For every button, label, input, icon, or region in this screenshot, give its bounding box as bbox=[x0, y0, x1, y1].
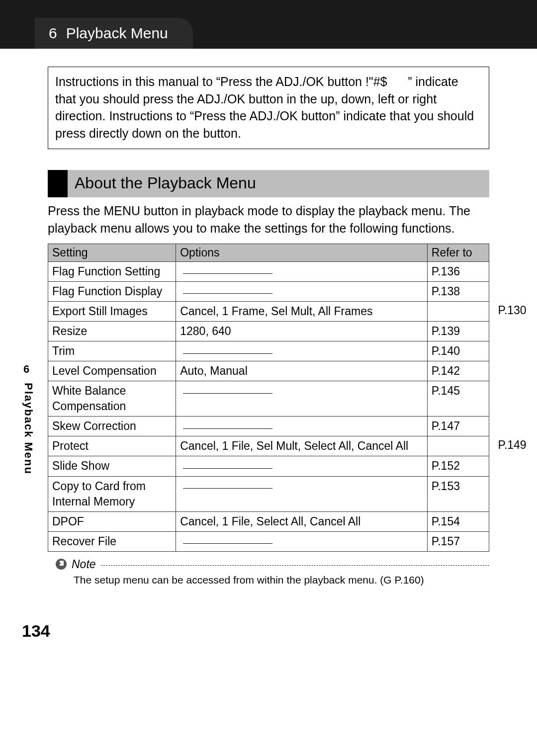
empty-options-dash bbox=[183, 393, 272, 394]
cell-refer: P.136 bbox=[427, 262, 489, 282]
cell-setting: Resize bbox=[48, 322, 176, 341]
cell-refer bbox=[427, 436, 489, 456]
table-row: Resize1280, 640P.139 bbox=[48, 322, 489, 341]
table-row: White Balance CompensationP.145 bbox=[48, 381, 489, 417]
cell-refer: P.142 bbox=[427, 361, 489, 381]
section-header: About the Playback Menu bbox=[48, 170, 489, 197]
cell-options bbox=[176, 456, 428, 476]
col-options: Options bbox=[176, 244, 428, 262]
cell-refer: P.152 bbox=[427, 456, 489, 476]
overflow-refer: P.130 bbox=[498, 304, 527, 317]
instruction-box: Instructions in this manual to “Press th… bbox=[48, 67, 489, 149]
cell-options: Cancel, 1 File, Select All, Cancel All bbox=[176, 511, 428, 531]
side-margin: 6 Playback Menu bbox=[22, 363, 35, 478]
note-icon bbox=[56, 559, 67, 570]
cell-setting: Slide Show bbox=[48, 456, 176, 476]
cell-options: Cancel, 1 File, Sel Mult, Select All, Ca… bbox=[176, 436, 428, 456]
settings-table: Setting Options Refer to Flag Function S… bbox=[48, 244, 489, 552]
chapter-number: 6 bbox=[49, 25, 57, 41]
cell-options: 1280, 640 bbox=[176, 322, 428, 341]
table-row: Level CompensationAuto, ManualP.142 bbox=[48, 361, 489, 381]
overflow-refer: P.149 bbox=[498, 438, 527, 452]
note-dash-line bbox=[101, 565, 489, 566]
page-number: 134 bbox=[22, 621, 50, 641]
table-row: Flag Function SettingP.136 bbox=[48, 262, 489, 282]
table-row: DPOFCancel, 1 File, Select All, Cancel A… bbox=[48, 511, 489, 531]
cell-options bbox=[176, 341, 428, 361]
cell-options bbox=[176, 282, 428, 302]
cell-refer: P.154 bbox=[427, 511, 489, 531]
section-title: About the Playback Menu bbox=[68, 170, 489, 197]
cell-refer bbox=[427, 302, 489, 322]
chapter-header: 6Playback Menu bbox=[0, 0, 537, 49]
cell-setting: Flag Function Setting bbox=[48, 262, 176, 282]
cell-setting: Export Still Images bbox=[48, 302, 176, 322]
cell-setting: Recover File bbox=[48, 531, 176, 551]
margin-section-label: Playback Menu bbox=[22, 383, 35, 475]
margin-section-number: 6 bbox=[23, 363, 35, 376]
empty-options-dash bbox=[183, 543, 272, 544]
cell-setting: White Balance Compensation bbox=[48, 381, 176, 417]
cell-refer: P.140 bbox=[427, 341, 489, 361]
cell-setting: Flag Function Display bbox=[48, 282, 176, 302]
table-row: Flag Function DisplayP.138 bbox=[48, 282, 489, 302]
col-refer: Refer to bbox=[427, 244, 489, 262]
table-row: Export Still ImagesCancel, 1 Frame, Sel … bbox=[48, 302, 489, 322]
note-header: Note bbox=[56, 558, 489, 571]
cell-setting: Trim bbox=[48, 341, 176, 361]
empty-options-dash bbox=[183, 273, 272, 274]
section-marker bbox=[48, 170, 68, 197]
cell-refer: P.145 bbox=[427, 381, 489, 417]
table-row: Slide ShowP.152 bbox=[48, 456, 489, 476]
chapter-title: Playback Menu bbox=[66, 25, 168, 41]
cell-options bbox=[176, 262, 428, 282]
note-label: Note bbox=[72, 558, 96, 571]
table-row: Skew CorrectionP.147 bbox=[48, 417, 489, 436]
cell-setting: DPOF bbox=[48, 511, 176, 531]
cell-options: Cancel, 1 Frame, Sel Mult, All Frames bbox=[176, 302, 428, 322]
cell-options bbox=[176, 417, 428, 436]
table-row: Recover FileP.157 bbox=[48, 531, 489, 551]
cell-setting: Protect bbox=[48, 436, 176, 456]
cell-refer: P.139 bbox=[427, 322, 489, 341]
cell-refer: P.147 bbox=[427, 417, 489, 436]
cell-refer: P.153 bbox=[427, 476, 489, 511]
empty-options-dash bbox=[183, 293, 272, 294]
section-intro: Press the MENU button in playback mode t… bbox=[48, 202, 489, 237]
empty-options-dash bbox=[183, 353, 272, 354]
empty-options-dash bbox=[183, 428, 272, 429]
empty-options-dash bbox=[183, 468, 272, 469]
table-row: Copy to Card from Internal MemoryP.153 bbox=[48, 476, 489, 511]
cell-options bbox=[176, 476, 428, 511]
cell-setting: Skew Correction bbox=[48, 417, 176, 436]
empty-options-dash bbox=[183, 488, 272, 489]
chapter-tab: 6Playback Menu bbox=[35, 18, 193, 49]
cell-options bbox=[176, 381, 428, 417]
cell-options bbox=[176, 531, 428, 551]
col-setting: Setting bbox=[48, 244, 176, 262]
cell-refer: P.157 bbox=[427, 531, 489, 551]
note-text: The setup menu can be accessed from with… bbox=[74, 574, 489, 586]
cell-setting: Level Compensation bbox=[48, 361, 176, 381]
table-row: ProtectCancel, 1 File, Sel Mult, Select … bbox=[48, 436, 489, 456]
cell-setting: Copy to Card from Internal Memory bbox=[48, 476, 176, 511]
cell-options: Auto, Manual bbox=[176, 361, 428, 381]
table-row: TrimP.140 bbox=[48, 341, 489, 361]
page-content: Instructions in this manual to “Press th… bbox=[0, 49, 537, 586]
cell-refer: P.138 bbox=[427, 282, 489, 302]
